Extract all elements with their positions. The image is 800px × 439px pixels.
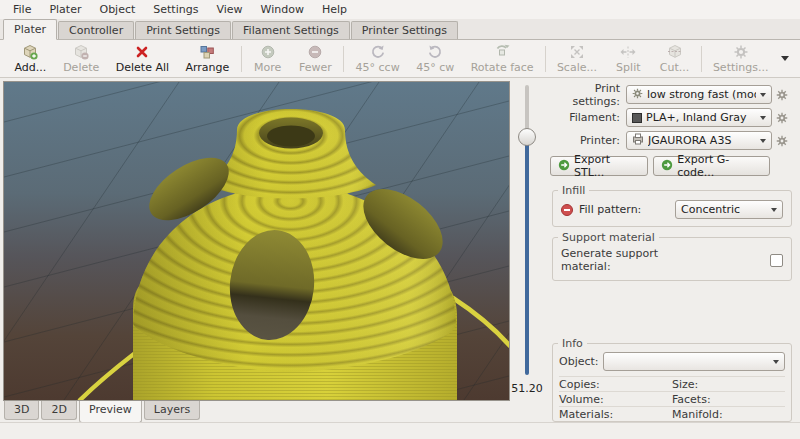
menu-view[interactable]: View bbox=[207, 0, 251, 19]
size-label: Size: bbox=[672, 378, 698, 391]
delete-object-icon bbox=[73, 44, 89, 60]
main-tabbar: Plater Controller Print Settings Filamen… bbox=[0, 19, 800, 40]
export-stl-button[interactable]: Export STL... bbox=[550, 156, 648, 176]
filament-gear-button[interactable] bbox=[772, 112, 792, 124]
add-button-label: Add... bbox=[14, 61, 46, 74]
printer-gear-button[interactable] bbox=[772, 135, 792, 147]
printer-icon bbox=[632, 133, 644, 148]
chevron-down-icon bbox=[773, 360, 779, 364]
view-tab-2d[interactable]: 2D bbox=[41, 401, 76, 420]
printer-label: Printer: bbox=[550, 134, 626, 147]
volume-label: Volume: bbox=[559, 393, 604, 406]
scale-icon bbox=[569, 44, 585, 60]
3d-preview-canvas[interactable] bbox=[3, 81, 510, 401]
layer-height-value: 51.20 bbox=[511, 382, 543, 395]
rotate-ccw-button[interactable]: 45° ccw bbox=[347, 43, 408, 75]
menubar: File Plater Object Settings View Window … bbox=[0, 0, 800, 19]
chevron-down-icon bbox=[771, 208, 777, 212]
menu-window[interactable]: Window bbox=[252, 0, 313, 19]
rotate-face-button[interactable]: Rotate face bbox=[463, 43, 542, 75]
fill-pattern-label: Fill pattern: bbox=[579, 203, 641, 216]
manifold-label: Manifold: bbox=[672, 408, 723, 421]
chevron-down-icon bbox=[760, 139, 766, 143]
slider-track-filled[interactable] bbox=[525, 137, 529, 375]
filament-select[interactable]: PLA+, Inland Gray bbox=[626, 108, 772, 127]
arrange-button-label: Arrange bbox=[185, 61, 229, 74]
filament-row: Filament: PLA+, Inland Gray bbox=[550, 108, 792, 127]
fill-pattern-select[interactable]: Concentric bbox=[675, 200, 783, 219]
toolbar-separator bbox=[701, 46, 702, 72]
print-settings-gear-button[interactable] bbox=[772, 89, 792, 101]
gear-icon bbox=[632, 88, 643, 102]
tab-plater[interactable]: Plater bbox=[3, 19, 57, 40]
delete-button-label: Delete bbox=[63, 61, 99, 74]
toolbar-separator bbox=[241, 46, 242, 72]
gear-icon bbox=[733, 44, 749, 60]
arrange-icon bbox=[199, 44, 215, 60]
slider-handle[interactable] bbox=[518, 128, 536, 146]
menu-settings[interactable]: Settings bbox=[144, 0, 207, 19]
printer-row: Printer: JGAURORA A3S bbox=[550, 131, 792, 150]
layer-slider[interactable] bbox=[516, 81, 538, 379]
object-info-table: Copies: Size: Volume: Facets: Materials:… bbox=[559, 376, 785, 421]
fill-pattern-value: Concentric bbox=[681, 203, 767, 216]
generate-support-checkbox[interactable] bbox=[770, 254, 783, 267]
printer-select[interactable]: JGAURORA A3S bbox=[626, 131, 772, 150]
rotate-face-icon bbox=[494, 44, 510, 60]
tab-controller[interactable]: Controller bbox=[58, 21, 134, 39]
more-button-label: More bbox=[254, 61, 281, 74]
toolbar-separator bbox=[343, 46, 344, 72]
tab-printer-settings[interactable]: Printer Settings bbox=[351, 21, 458, 39]
chevron-down-icon bbox=[760, 116, 766, 120]
fewer-icon bbox=[307, 44, 323, 60]
split-button-label: Split bbox=[616, 61, 640, 74]
infill-group: Infill Fill pattern: Concentric bbox=[552, 190, 792, 227]
toolbar-overflow-button[interactable] bbox=[777, 56, 794, 61]
materials-label: Materials: bbox=[559, 408, 613, 421]
support-material-group: Support material Generate support materi… bbox=[552, 237, 792, 281]
facets-label: Facets: bbox=[672, 393, 711, 406]
delete-all-button[interactable]: Delete All bbox=[108, 43, 178, 75]
export-gcode-button[interactable]: Export G-code... bbox=[653, 156, 770, 176]
filament-color-swatch bbox=[632, 113, 642, 123]
cut-button[interactable]: Cut... bbox=[651, 43, 697, 75]
print-settings-select[interactable]: low strong fast (modified) bbox=[626, 85, 772, 104]
export-gcode-label: Export G-code... bbox=[677, 153, 762, 179]
info-group-legend: Info bbox=[558, 337, 587, 350]
scale-button[interactable]: Scale... bbox=[549, 43, 606, 75]
delete-button[interactable]: Delete bbox=[55, 43, 108, 75]
layer-slider-column: 51.20 bbox=[510, 81, 544, 422]
menu-object[interactable]: Object bbox=[90, 0, 144, 19]
view-mode-tabs: 3D 2D Preview Layers bbox=[3, 401, 510, 423]
add-object-icon bbox=[22, 44, 38, 60]
menu-plater[interactable]: Plater bbox=[40, 0, 90, 19]
export-stl-label: Export STL... bbox=[574, 153, 640, 179]
info-group: Info Object: Copies: Size: Volume: Facet… bbox=[552, 343, 792, 422]
rotate-ccw-button-label: 45° ccw bbox=[356, 61, 400, 74]
add-button[interactable]: Add... bbox=[6, 43, 55, 75]
export-icon bbox=[558, 159, 570, 174]
object-select[interactable] bbox=[603, 352, 785, 371]
view-tab-layers[interactable]: Layers bbox=[144, 401, 200, 420]
scale-button-label: Scale... bbox=[557, 61, 597, 74]
view-tab-3d[interactable]: 3D bbox=[4, 401, 39, 420]
rotate-cw-button[interactable]: 45° cw bbox=[408, 43, 463, 75]
arrange-button[interactable]: Arrange bbox=[177, 43, 237, 75]
menu-help[interactable]: Help bbox=[313, 0, 356, 19]
split-button[interactable]: Split bbox=[605, 43, 651, 75]
chevron-down-icon bbox=[760, 93, 766, 97]
view-tab-preview[interactable]: Preview bbox=[79, 401, 142, 423]
menu-file[interactable]: File bbox=[4, 0, 40, 19]
remove-override-icon[interactable] bbox=[561, 204, 573, 216]
more-button[interactable]: More bbox=[245, 43, 291, 75]
print-settings-row: Print settings: low strong fast (modifie… bbox=[550, 85, 792, 104]
print-settings-value: low strong fast (modified) bbox=[647, 88, 756, 101]
tab-print-settings[interactable]: Print Settings bbox=[135, 21, 231, 39]
split-icon bbox=[620, 44, 636, 60]
tab-filament-settings[interactable]: Filament Settings bbox=[232, 21, 350, 39]
fewer-button[interactable]: Fewer bbox=[291, 43, 341, 75]
object-settings-button[interactable]: Settings... bbox=[705, 43, 777, 75]
fewer-button-label: Fewer bbox=[299, 61, 332, 74]
filament-label: Filament: bbox=[550, 111, 626, 124]
status-bar bbox=[0, 422, 800, 439]
